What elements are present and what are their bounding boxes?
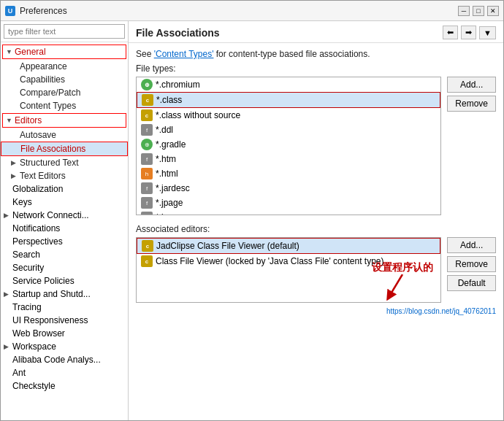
capabilities-label: Capabilities — [20, 74, 125, 85]
sidebar-item-general[interactable]: ▼ General — [2, 45, 126, 59]
glob-label: Globalization — [12, 184, 125, 194]
ws-label: Workspace — [12, 341, 125, 352]
ws-arrow: ▶ — [4, 343, 12, 350]
jpage-icon: f — [141, 197, 153, 209]
sidebar-item-editors[interactable]: ▼ Editors — [2, 113, 126, 128]
search-label: Search — [12, 250, 125, 260]
sidebar-item-web-browser[interactable]: Web Browser — [1, 327, 128, 340]
svc-label: Service Policies — [12, 276, 125, 286]
list-item[interactable]: ⊕ *.gradle — [137, 137, 440, 152]
forward-button[interactable]: ➡ — [461, 26, 476, 39]
sidebar-item-text-editors[interactable]: ▶ Text Editors — [1, 169, 128, 182]
sidebar-item-perspectives[interactable]: Perspectives — [1, 235, 128, 248]
search-input[interactable] — [4, 24, 125, 39]
list-item[interactable]: f *.jpage — [137, 196, 440, 210]
persp-label: Perspectives — [12, 236, 125, 247]
file-type-label: *.js — [156, 212, 168, 215]
search-box — [1, 21, 128, 42]
back-button[interactable]: ⬅ — [443, 26, 458, 39]
ant-label: Ant — [12, 368, 125, 378]
annotation-text: 设置程序认的 — [372, 261, 433, 274]
sidebar-item-file-associations[interactable]: File Associations — [1, 142, 128, 156]
remove-file-type-button[interactable]: Remove — [447, 96, 496, 112]
desc-suffix: for content-type based file associations… — [213, 49, 370, 59]
dropdown-button[interactable]: ▼ — [479, 26, 496, 39]
htm-icon: f — [141, 153, 153, 165]
sidebar-item-search[interactable]: Search — [1, 248, 128, 261]
sec-label: Security — [12, 263, 125, 273]
sidebar-item-startup[interactable]: ▶ Startup and Shutd... — [1, 287, 128, 301]
general-label: General — [15, 47, 123, 57]
sidebar-item-appearance[interactable]: Appearance — [1, 60, 128, 73]
svg-line-1 — [389, 274, 402, 296]
list-item[interactable]: f *.js — [137, 210, 440, 215]
sidebar-item-ant[interactable]: Ant — [1, 366, 128, 379]
sidebar-item-alibaba[interactable]: Alibaba Code Analys... — [1, 353, 128, 366]
add-assoc-button[interactable]: Add... — [447, 237, 496, 253]
text-editors-label: Text Editors — [20, 171, 125, 181]
maximize-button[interactable]: □ — [473, 6, 484, 16]
sidebar-item-structured-text[interactable]: ▶ Structured Text — [1, 156, 128, 169]
add-file-type-button[interactable]: Add... — [447, 77, 496, 93]
sidebar-item-capabilities[interactable]: Capabilities — [1, 73, 128, 86]
notif-label: Notifications — [12, 223, 125, 233]
minimize-button[interactable]: ─ — [458, 6, 470, 16]
sidebar-item-ui-responsiveness[interactable]: UI Responsiveness — [1, 314, 128, 327]
associated-outer: c JadClipse Class File Viewer (default) … — [136, 237, 496, 303]
list-item[interactable]: c *.class without source — [137, 108, 440, 123]
associated-item[interactable]: c JadClipse Class File Viewer (default) — [137, 238, 440, 254]
list-item[interactable]: f *.jardesc — [137, 181, 440, 196]
appearance-label: Appearance — [20, 61, 125, 72]
file-assoc-label: File Associations — [20, 144, 124, 154]
js-icon: f — [141, 212, 153, 215]
file-types-container: ⊕ *.chromium c *.class c *.class without… — [136, 77, 496, 215]
list-item[interactable]: ⊕ *.chromium — [137, 77, 440, 92]
default-assoc-button[interactable]: Default — [447, 275, 496, 291]
sidebar-item-security[interactable]: Security — [1, 261, 128, 274]
annotation-container: 设置程序认的 — [372, 261, 433, 301]
file-type-label: *.htm — [156, 154, 176, 164]
remove-assoc-button[interactable]: Remove — [447, 256, 496, 272]
url-text: https://blog.csdn.net/jq_40762011 — [386, 307, 496, 315]
cfv-label: Class File Viewer (locked by 'Java Class… — [156, 256, 383, 266]
startup-label: Startup and Shutd... — [12, 289, 125, 299]
file-type-label: *.class — [156, 95, 182, 105]
check-label: Checkstyle — [12, 381, 125, 391]
sidebar-item-notifications[interactable]: Notifications — [1, 222, 128, 235]
associated-section: Associated editors: c JadClipse Class Fi… — [136, 224, 496, 303]
ali-label: Alibaba Code Analys... — [12, 355, 125, 365]
file-type-label: *.html — [156, 169, 178, 179]
ui-label: UI Responsiveness — [12, 315, 125, 325]
sidebar-item-checkstyle[interactable]: Checkstyle — [1, 379, 128, 393]
sidebar-item-keys[interactable]: Keys — [1, 196, 128, 209]
cfv-icon: c — [141, 255, 153, 267]
file-types-label: File types: — [136, 63, 496, 74]
list-item[interactable]: f *.htm — [137, 152, 440, 166]
sidebar-item-service-policies[interactable]: Service Policies — [1, 274, 128, 287]
jad-icon: c — [142, 240, 153, 252]
content-label: Content Types — [20, 101, 125, 111]
sidebar-item-tracing[interactable]: Tracing — [1, 301, 128, 314]
sidebar-item-autosave[interactable]: Autosave — [1, 128, 128, 142]
sidebar-item-compare-patch[interactable]: Compare/Patch — [1, 86, 128, 99]
associated-label: Associated editors: — [136, 224, 496, 234]
associated-editors-list[interactable]: c JadClipse Class File Viewer (default) … — [136, 237, 441, 303]
sidebar-item-network[interactable]: ▶ Network Connecti... — [1, 209, 128, 222]
title-bar: U Preferences ─ □ ✕ — [1, 1, 503, 21]
file-types-list[interactable]: ⊕ *.chromium c *.class c *.class without… — [136, 77, 441, 215]
close-button[interactable]: ✕ — [487, 6, 499, 16]
list-item[interactable]: h *.html — [137, 166, 440, 181]
sidebar-item-content-types[interactable]: Content Types — [1, 99, 128, 112]
list-item[interactable]: f *.ddl — [137, 123, 440, 137]
annotation-arrow-svg — [381, 274, 424, 301]
url-watermark: https://blog.csdn.net/jq_40762011 — [136, 306, 496, 316]
sidebar-item-globalization[interactable]: Globalization — [1, 182, 128, 196]
window-controls: ─ □ ✕ — [458, 6, 499, 16]
list-item[interactable]: c *.class — [137, 92, 440, 108]
panel-toolbar: ⬅ ➡ ▼ — [443, 26, 496, 39]
file-type-label: *.ddl — [156, 125, 173, 135]
sidebar-item-workspace[interactable]: ▶ Workspace — [1, 340, 128, 353]
gradle-icon: ⊕ — [141, 139, 153, 150]
content-types-link[interactable]: 'Content Types' — [154, 49, 214, 59]
editors-arrow: ▼ — [6, 117, 15, 124]
